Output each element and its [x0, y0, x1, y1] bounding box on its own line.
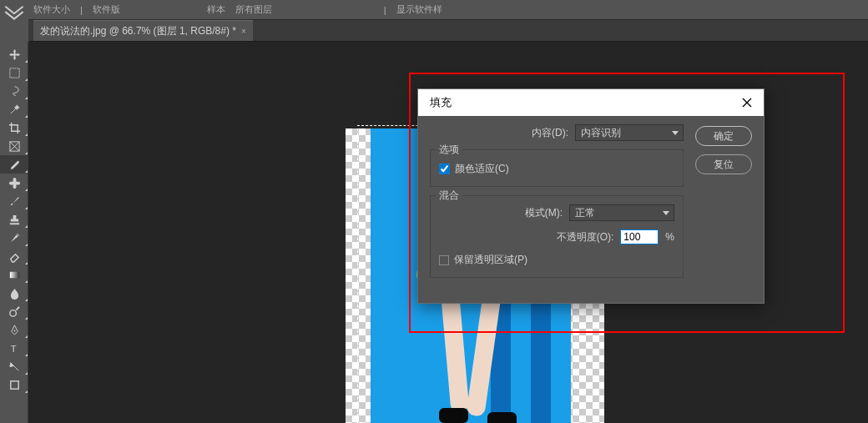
- close-icon[interactable]: ×: [241, 27, 246, 36]
- opt4[interactable]: 所有图层: [235, 3, 272, 16]
- opt3[interactable]: 样本: [207, 3, 225, 16]
- move-tool[interactable]: [0, 45, 28, 63]
- shape-tool[interactable]: [0, 375, 28, 394]
- fill-dialog: 填充 内容(D): 内容识别 选项 颜色适应(C): [417, 88, 765, 304]
- content-label: 内容(D):: [430, 126, 568, 140]
- eraser-tool[interactable]: [0, 247, 28, 265]
- percent-label: %: [665, 231, 674, 243]
- opt1[interactable]: 软件大小: [33, 3, 70, 16]
- dialog-title: 填充: [430, 95, 452, 110]
- tool-panel: T: [0, 42, 28, 423]
- gradient-tool[interactable]: [0, 265, 28, 284]
- blend-legend: 混合: [436, 189, 462, 203]
- frame-tool[interactable]: [0, 137, 28, 155]
- blend-fieldset: 混合 模式(M): 正常 不透明度(O): % 保留透明区域(: [430, 195, 684, 278]
- marquee-tool[interactable]: [0, 63, 28, 82]
- pen-tool[interactable]: [0, 320, 28, 339]
- svg-rect-0: [9, 68, 18, 77]
- opacity-input[interactable]: [620, 229, 659, 244]
- reset-button[interactable]: 复位: [695, 154, 752, 174]
- options-legend: 选项: [436, 143, 462, 157]
- ok-button[interactable]: 确定: [695, 126, 752, 146]
- opacity-label: 不透明度(O):: [439, 230, 613, 244]
- options-fieldset: 选项 颜色适应(C): [430, 149, 684, 187]
- dodge-tool[interactable]: [0, 302, 28, 320]
- color-adapt-checkbox[interactable]: 颜色适应(C): [439, 162, 674, 176]
- crop-tool[interactable]: [0, 118, 28, 137]
- dialog-titlebar[interactable]: 填充: [418, 89, 764, 116]
- mode-select[interactable]: 正常: [569, 204, 674, 221]
- svg-point-6: [13, 330, 15, 331]
- brush-tool[interactable]: [0, 192, 28, 210]
- document-tab[interactable]: 发的说法的.jpg @ 66.7% (图层 1, RGB/8#) * ×: [33, 20, 253, 41]
- opt5[interactable]: 显示软件样: [396, 3, 442, 16]
- content-select[interactable]: 内容识别: [575, 124, 684, 141]
- svg-rect-3: [8, 181, 19, 184]
- opt2[interactable]: 软件版: [93, 3, 120, 16]
- text-tool[interactable]: T: [0, 339, 28, 357]
- document-tabs: 发的说法的.jpg @ 66.7% (图层 1, RGB/8#) * ×: [0, 20, 868, 42]
- tab-title: 发的说法的.jpg @ 66.7% (图层 1, RGB/8#) *: [40, 24, 236, 38]
- blur-tool[interactable]: [0, 284, 28, 302]
- svg-rect-8: [10, 380, 18, 388]
- eyedropper-tool[interactable]: [0, 155, 28, 174]
- mode-label: 模式(M):: [439, 206, 563, 220]
- close-button[interactable]: [737, 93, 757, 113]
- history-brush-tool[interactable]: [0, 229, 28, 247]
- path-tool[interactable]: [0, 357, 28, 375]
- svg-text:T: T: [10, 344, 16, 354]
- lasso-tool[interactable]: [0, 82, 28, 100]
- wand-tool[interactable]: [0, 100, 28, 118]
- canvas[interactable]: 填充 内容(D): 内容识别 选项 颜色适应(C): [28, 42, 868, 423]
- expand-panel-icon[interactable]: [0, 0, 28, 20]
- svg-rect-4: [9, 271, 18, 278]
- stamp-tool[interactable]: [0, 210, 28, 229]
- options-bar: 软件大小 | 软件版 样本 所有图层 | 显示软件样: [0, 0, 868, 20]
- svg-point-5: [9, 310, 16, 316]
- heal-tool[interactable]: [0, 174, 28, 192]
- preserve-trans-checkbox[interactable]: 保留透明区域(P): [439, 253, 674, 267]
